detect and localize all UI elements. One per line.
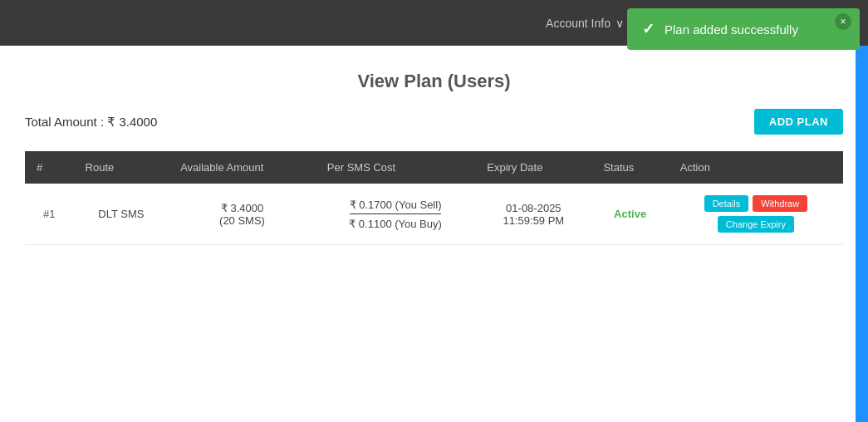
- total-currency: ₹: [107, 115, 115, 129]
- col-header-expiry-date: Expiry Date: [475, 151, 591, 184]
- toast-close-button[interactable]: ×: [835, 13, 851, 30]
- toast-check-icon: ✓: [642, 20, 655, 38]
- toast-notification: ✓ Plan added successfully ×: [627, 8, 860, 50]
- total-value: 3.4000: [119, 115, 157, 129]
- action-buttons-group: Details Withdraw Change Expiry: [680, 195, 831, 233]
- withdraw-button[interactable]: Withdraw: [753, 195, 807, 212]
- cell-status: Active: [591, 184, 668, 245]
- col-header-num: #: [25, 151, 74, 184]
- add-plan-button[interactable]: ADD PLAN: [754, 109, 843, 135]
- cell-per-sms-cost: ₹ 0.1700 (You Sell) ₹ 0.1100 (You Buy): [316, 184, 475, 245]
- cell-action: Details Withdraw Change Expiry: [669, 184, 843, 245]
- col-header-action: Action: [669, 151, 843, 184]
- table-row: #1 DLT SMS ₹ 3.4000(20 SMS) ₹ 0.1700 (Yo…: [25, 184, 843, 245]
- account-info-label: Account Info: [546, 17, 611, 30]
- col-header-status: Status: [591, 151, 668, 184]
- per-sms-sell: ₹ 0.1700 (You Sell): [350, 199, 442, 214]
- page-title: View Plan (Users): [25, 71, 843, 92]
- total-label: Total Amount :: [25, 115, 104, 129]
- col-header-per-sms-cost: Per SMS Cost: [316, 151, 475, 184]
- right-panel-decoration: [856, 46, 868, 422]
- account-info-nav[interactable]: Account Info ∨: [546, 17, 624, 30]
- cell-route: DLT SMS: [74, 184, 169, 245]
- change-expiry-button[interactable]: Change Expiry: [718, 216, 794, 233]
- status-badge: Active: [614, 208, 646, 220]
- per-sms-buy: ₹ 0.1100 (You Buy): [349, 218, 442, 230]
- total-amount-display: Total Amount : ₹ 3.4000: [25, 115, 157, 130]
- col-header-route: Route: [74, 151, 169, 184]
- account-info-chevron: ∨: [615, 17, 624, 30]
- cell-num: #1: [25, 184, 74, 245]
- toast-message: Plan added successfully: [664, 22, 798, 37]
- table-body: #1 DLT SMS ₹ 3.4000(20 SMS) ₹ 0.1700 (Yo…: [25, 184, 843, 245]
- action-row-top: Details Withdraw: [704, 195, 807, 212]
- table-header: # Route Available Amount Per SMS Cost Ex…: [25, 151, 843, 184]
- plan-table: # Route Available Amount Per SMS Cost Ex…: [25, 151, 843, 245]
- cell-available-amount: ₹ 3.4000(20 SMS): [169, 184, 316, 245]
- details-button[interactable]: Details: [704, 195, 749, 212]
- total-amount-row: Total Amount : ₹ 3.4000 ADD PLAN: [25, 109, 843, 135]
- cell-expiry-date: 01-08-202511:59:59 PM: [475, 184, 591, 245]
- col-header-available-amount: Available Amount: [169, 151, 316, 184]
- main-content: ✓ Plan added successfully × View Plan (U…: [0, 46, 868, 422]
